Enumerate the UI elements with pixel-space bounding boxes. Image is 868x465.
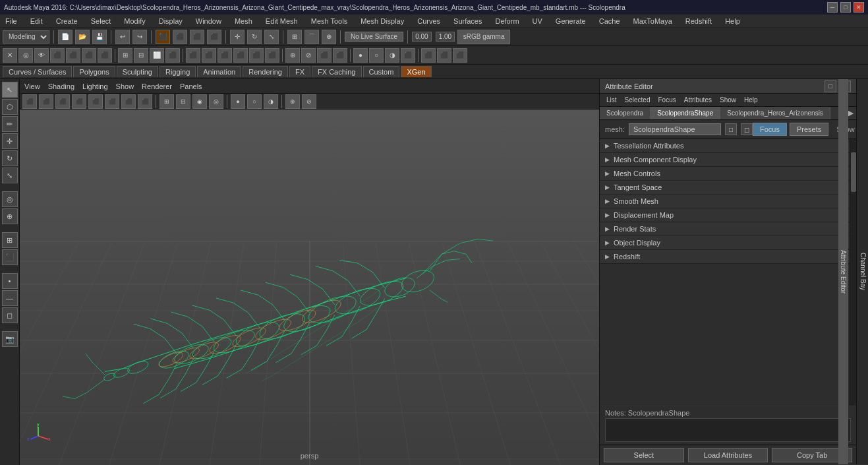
tb2-btn15[interactable]: ⬛ [233, 48, 248, 63]
section-redshift-header[interactable]: ▶ Redshift ▼ [600, 250, 850, 263]
open-scene-button[interactable]: 📂 [75, 30, 90, 44]
focus-button[interactable]: Focus [753, 123, 787, 136]
vt-panels[interactable]: Panels [178, 82, 204, 90]
menu-mesh-tools[interactable]: Mesh Tools [308, 16, 350, 26]
menu-maxtomaya[interactable]: MaxToMaya [631, 16, 675, 26]
paint-select-button[interactable]: ⬛ [207, 30, 221, 44]
tb2-btn9[interactable]: ⊟ [134, 48, 148, 63]
tb2-btn21[interactable]: ⬛ [333, 48, 347, 63]
scale-mode-button[interactable]: ⤡ [2, 168, 18, 183]
tb2-btn23[interactable]: ○ [369, 48, 384, 63]
show-grid-button[interactable]: ⊞ [2, 232, 18, 248]
side-tab-channel-bay[interactable]: Channel Bay [858, 79, 868, 465]
tb2-btn22[interactable]: ● [353, 48, 368, 63]
menu-edit[interactable]: Edit [28, 16, 45, 26]
vertex-button[interactable]: • [2, 273, 18, 289]
section-tangent-header[interactable]: ▶ Tangent Space [600, 181, 850, 194]
attr-selected-btn[interactable]: Selected [622, 96, 653, 104]
edge-button[interactable]: — [2, 290, 18, 306]
menu-edit-mesh[interactable]: Edit Mesh [263, 16, 301, 26]
menu-modify[interactable]: Modify [121, 16, 148, 26]
menu-redshift[interactable]: Redshift [683, 16, 714, 26]
menu-window[interactable]: Window [193, 16, 224, 26]
menu-generate[interactable]: Generate [553, 16, 589, 26]
maximize-button[interactable]: □ [840, 2, 851, 13]
undo-button[interactable]: ↩ [115, 30, 130, 44]
tb2-btn7[interactable]: ⬛ [98, 48, 112, 63]
section-displacement-header[interactable]: ▶ Displacement Map [600, 208, 850, 222]
rotate-tool-button[interactable]: ↻ [247, 30, 262, 44]
tb2-btn13[interactable]: ⬛ [202, 48, 216, 63]
snap-grid-button[interactable]: ⊞ [287, 30, 302, 44]
tab-fx-caching[interactable]: FX Caching [312, 66, 361, 77]
tab-custom[interactable]: Custom [363, 66, 400, 77]
vt-renderer[interactable]: Renderer [140, 82, 174, 90]
menu-uv[interactable]: UV [530, 16, 545, 26]
tb2-btn12[interactable]: ⬛ [186, 48, 200, 63]
section-render-stats-header[interactable]: ▶ Render Stats [600, 222, 850, 235]
node-tab-scolopendra[interactable]: Scolopendra [600, 107, 651, 119]
vt-lighting[interactable]: Lighting [80, 82, 110, 90]
tab-xgen[interactable]: XGen [401, 66, 431, 77]
gamma-select[interactable]: sRGB gamma [457, 30, 510, 44]
snap-toggle-button[interactable]: ⊕ [2, 208, 18, 224]
tb2-btn3[interactable]: 👁 [34, 48, 49, 63]
viewport-3d[interactable]: x z y persp [20, 109, 599, 465]
scale-tool-button[interactable]: ⤡ [264, 30, 279, 44]
tb2-btn17[interactable]: ⬛ [265, 48, 279, 63]
tab-rendering[interactable]: Rendering [243, 66, 288, 77]
tb2-btn2[interactable]: ◎ [18, 48, 33, 63]
menu-cache[interactable]: Cache [596, 16, 623, 26]
node-tab-heros[interactable]: Scolopendra_Heros_Arizonensis [720, 107, 830, 119]
close-button[interactable]: ✕ [854, 2, 864, 13]
tab-sculpting[interactable]: Sculpting [117, 66, 158, 77]
snap-point-button[interactable]: ⊕ [322, 30, 336, 44]
camera-button[interactable]: 📷 [2, 331, 18, 347]
node-tab-scolopendraShape[interactable]: ScolopendraShape [651, 107, 720, 119]
vi-btn14[interactable]: ○ [247, 94, 262, 109]
vi-btn10[interactable]: ⊟ [176, 94, 190, 109]
menu-mesh-display[interactable]: Mesh Display [358, 16, 407, 26]
tb2-btn20[interactable]: ⬛ [317, 48, 332, 63]
mesh-select-btn[interactable]: ◻ [741, 123, 753, 135]
minimize-button[interactable]: ─ [827, 2, 838, 13]
tb2-btn6[interactable]: ⬛ [82, 48, 96, 63]
attr-list-btn[interactable]: List [604, 96, 620, 104]
tb2-btn1[interactable]: ✕ [3, 48, 17, 63]
tb2-btn19[interactable]: ⊘ [301, 48, 316, 63]
vi-btn13[interactable]: ● [231, 94, 245, 109]
select-by-hierarchy-button[interactable]: ⬛ [156, 30, 170, 44]
snap-curve-button[interactable]: ⌒ [304, 30, 319, 44]
side-tab-attribute-editor[interactable]: Attribute Editor [838, 79, 848, 465]
menu-help[interactable]: Help [722, 16, 743, 26]
attr-show-btn[interactable]: Show [717, 96, 739, 104]
paint-mode-button[interactable]: ✏ [2, 116, 18, 132]
vi-btn2[interactable]: ⬛ [39, 94, 53, 109]
attr-scrollbar[interactable] [850, 139, 856, 406]
vi-btn11[interactable]: ◉ [192, 94, 207, 109]
tb2-btn18[interactable]: ⊕ [285, 48, 300, 63]
vi-btn4[interactable]: ⬛ [72, 94, 86, 109]
tb2-btn8[interactable]: ⊞ [118, 48, 132, 63]
presets-button[interactable]: Presets [790, 123, 828, 136]
vi-btn3[interactable]: ⬛ [55, 94, 70, 109]
menu-file[interactable]: File [3, 16, 20, 26]
tab-animation[interactable]: Animation [197, 66, 241, 77]
redo-button[interactable]: ↪ [132, 30, 147, 44]
attr-help-btn[interactable]: Help [741, 96, 761, 104]
attr-focus-btn[interactable]: Focus [655, 96, 678, 104]
menu-curves[interactable]: Curves [415, 16, 443, 26]
select-button[interactable]: Select [604, 448, 684, 462]
tb2-btn25[interactable]: ⬛ [401, 48, 415, 63]
vt-shading[interactable]: Shading [46, 82, 76, 90]
vi-btn9[interactable]: ⊞ [159, 94, 174, 109]
tb2-btn5[interactable]: ⬛ [66, 48, 80, 63]
move-mode-button[interactable]: ✛ [2, 133, 18, 149]
lasso-mode-button[interactable]: ⬡ [2, 99, 18, 115]
vi-btn15[interactable]: ◑ [264, 94, 278, 109]
section-mesh-component-header[interactable]: ▶ Mesh Component Display [600, 153, 850, 166]
vi-btn17[interactable]: ⊘ [302, 94, 316, 109]
save-scene-button[interactable]: 💾 [92, 30, 107, 44]
tab-rigging[interactable]: Rigging [159, 66, 196, 77]
select-mode-button[interactable]: ↖ [2, 82, 18, 98]
